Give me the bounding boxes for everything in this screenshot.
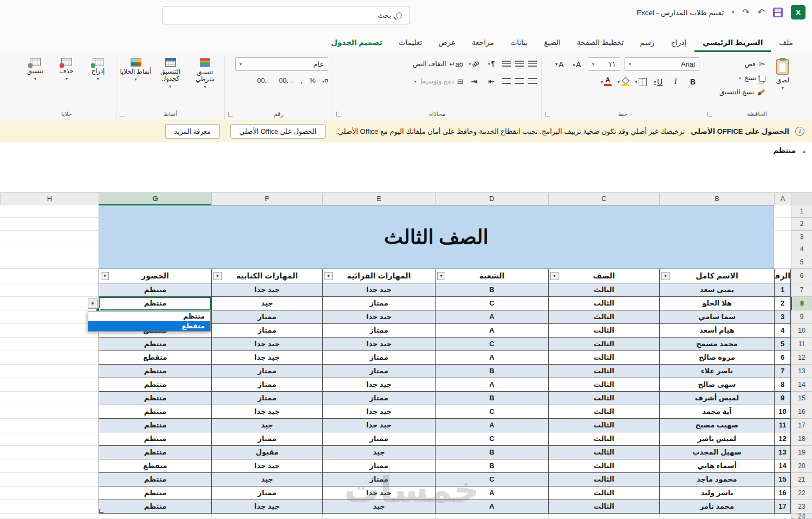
cell-A16[interactable]: 10 xyxy=(774,405,791,419)
cell-A20[interactable]: 14 xyxy=(774,459,791,473)
cell-A22[interactable]: 16 xyxy=(774,486,791,500)
cell-E23[interactable]: جيد xyxy=(322,500,435,514)
tab-4[interactable]: تخطيط الصفحة xyxy=(569,34,632,52)
cell-C21[interactable]: الثالث xyxy=(548,473,659,486)
cell-D8[interactable]: C xyxy=(435,297,548,310)
cell-D19[interactable]: B xyxy=(435,446,548,459)
cell-B14[interactable]: سهى صالح xyxy=(659,378,774,392)
tab-6[interactable]: بيانات xyxy=(502,34,536,52)
filter-button-E[interactable]: ▾ xyxy=(324,272,333,280)
cell-C17[interactable]: الثالث xyxy=(548,419,659,432)
tab-7[interactable]: مراجعة xyxy=(464,34,502,52)
cell-B22[interactable]: ياسر وليد xyxy=(659,486,774,500)
cell-B10[interactable]: هيام أسعد xyxy=(659,324,774,338)
align-bottom-icon[interactable] xyxy=(502,61,511,67)
cell-C16[interactable]: الثالث xyxy=(548,405,659,419)
cell-G7[interactable]: منتظم xyxy=(99,283,211,297)
cell-E13[interactable]: ممتاز xyxy=(322,365,435,378)
cell-G15[interactable]: منتظم xyxy=(99,392,211,405)
decrease-indent-button[interactable]: ⇤ xyxy=(485,75,498,88)
conditional-formatting-button[interactable]: تنسيق شرطي ▾ xyxy=(189,57,222,89)
cell-E19[interactable]: جيد xyxy=(322,446,435,459)
excel-logo-icon[interactable]: X xyxy=(791,5,805,20)
table-header-D[interactable]: ▾الشعبة xyxy=(435,269,548,283)
tab-3[interactable]: رسم xyxy=(632,34,663,52)
cell-F21[interactable]: جيد xyxy=(211,473,322,486)
cell-A9[interactable]: 3 xyxy=(774,310,791,324)
format-cells-button[interactable]: تنسيق ▾ xyxy=(21,57,49,81)
dropdown-option-1[interactable]: متقطع xyxy=(88,321,210,331)
table-header-G[interactable]: ▾الحضور xyxy=(99,269,211,283)
cell-C22[interactable]: الثالث xyxy=(548,486,659,500)
formula-bar[interactable]: ▴ منتظم xyxy=(0,142,812,193)
column-header-G[interactable]: G xyxy=(99,193,211,205)
bold-button[interactable]: B xyxy=(686,75,699,88)
cell-E12[interactable]: ممتاز xyxy=(322,351,435,365)
cell-F23[interactable]: جيد جدا xyxy=(211,500,322,514)
cell-F14[interactable]: ممتاز xyxy=(211,378,322,392)
cell-D20[interactable]: B xyxy=(435,459,548,473)
cell-G20[interactable]: متقطع xyxy=(99,459,211,473)
cell-E22[interactable]: جيد جدا xyxy=(322,486,435,500)
cell-F10[interactable]: ممتاز xyxy=(211,324,322,338)
row-header-12[interactable]: 12 xyxy=(791,351,812,365)
cell-F12[interactable]: جيد جدا xyxy=(211,351,322,365)
table-header-A[interactable]: الرقم xyxy=(774,269,791,283)
cell-B21[interactable]: محمود ماجد xyxy=(659,473,774,486)
tab-0[interactable]: ملف xyxy=(771,34,801,52)
cell-E20[interactable]: ممتاز xyxy=(322,459,435,473)
filter-button-D[interactable]: ▾ xyxy=(437,272,445,280)
orientation-button[interactable]: ab▾ xyxy=(467,57,480,70)
cell-C8[interactable]: الثالث xyxy=(548,297,659,310)
cell-F9[interactable]: ممتاز xyxy=(211,310,322,324)
cell-G18[interactable]: منتظم xyxy=(99,432,211,446)
cell-B18[interactable]: لميس ناصر xyxy=(659,432,774,446)
copy-button[interactable]: نسخ▾ xyxy=(719,72,765,85)
cut-button[interactable]: ✂قص xyxy=(719,57,765,70)
row-header-23[interactable]: 23 xyxy=(791,500,812,514)
font-color-button[interactable]: A▾ xyxy=(600,75,613,88)
cell-D18[interactable]: C xyxy=(435,432,548,446)
cell-B23[interactable]: محمد تامر xyxy=(659,500,774,514)
shrink-font-button[interactable]: A▾ xyxy=(553,58,566,71)
cell-C7[interactable]: الثالث xyxy=(548,283,659,297)
filter-button-B[interactable]: ▾ xyxy=(661,272,670,280)
tab-1[interactable]: الشريط الرئيسي xyxy=(694,34,771,52)
cell-F17[interactable]: جيد xyxy=(211,419,322,432)
row-header-9[interactable]: 9 xyxy=(791,310,812,324)
cell-D14[interactable]: A xyxy=(435,378,548,392)
paste-button[interactable]: لصق ▾ xyxy=(771,57,795,92)
cell-A17[interactable]: 11 xyxy=(774,419,791,432)
cell-A7[interactable]: 1 xyxy=(774,283,791,297)
wrap-text-button[interactable]: ab↵التفاف النص xyxy=(413,57,463,70)
cell-E9[interactable]: جيد جدا xyxy=(322,310,435,324)
row-header-3[interactable]: 3 xyxy=(791,231,812,243)
cell-G13[interactable]: منتظم xyxy=(99,365,211,378)
cell-B9[interactable]: سما سامي xyxy=(659,310,774,324)
font-dialog-launcher-icon[interactable] xyxy=(545,112,550,116)
format-as-table-button[interactable]: التنسيق كجدول ▾ xyxy=(154,57,187,89)
redo-icon[interactable]: ↷ xyxy=(742,8,749,17)
cell-D16[interactable]: C xyxy=(435,405,548,419)
cell-F13[interactable]: ممتاز xyxy=(211,365,322,378)
column-header-F[interactable]: F xyxy=(211,193,322,205)
align-top-icon[interactable] xyxy=(528,61,537,67)
row-header-24[interactable]: 24 xyxy=(791,514,812,519)
cell-G19[interactable]: منتظم xyxy=(99,446,211,459)
select-all-corner[interactable] xyxy=(791,193,812,205)
cell-B19[interactable]: سهيل المجدب xyxy=(659,446,774,459)
cell-D15[interactable]: B xyxy=(435,392,548,405)
table-header-B[interactable]: ▾الاسم كامل xyxy=(659,269,774,283)
cell-F11[interactable]: جيد جدا xyxy=(211,338,322,351)
decrease-decimal-icon[interactable]: ←.00 xyxy=(257,76,272,85)
search-box[interactable]: بحث xyxy=(163,6,410,24)
cell-E8[interactable]: ممتاز xyxy=(322,297,435,310)
row-header-6[interactable]: 6 xyxy=(791,269,812,283)
cell-A14[interactable]: 8 xyxy=(774,378,791,392)
customize-toolbar-chevron-icon[interactable]: ▾ xyxy=(732,10,734,15)
styles-dialog-launcher-icon[interactable] xyxy=(120,112,125,116)
cell-F8[interactable]: جيد xyxy=(211,297,322,310)
cell-E10[interactable]: ممتاز xyxy=(322,324,435,338)
cell-C10[interactable]: الثالث xyxy=(548,324,659,338)
cell-F20[interactable]: جيد جدا xyxy=(211,459,322,473)
